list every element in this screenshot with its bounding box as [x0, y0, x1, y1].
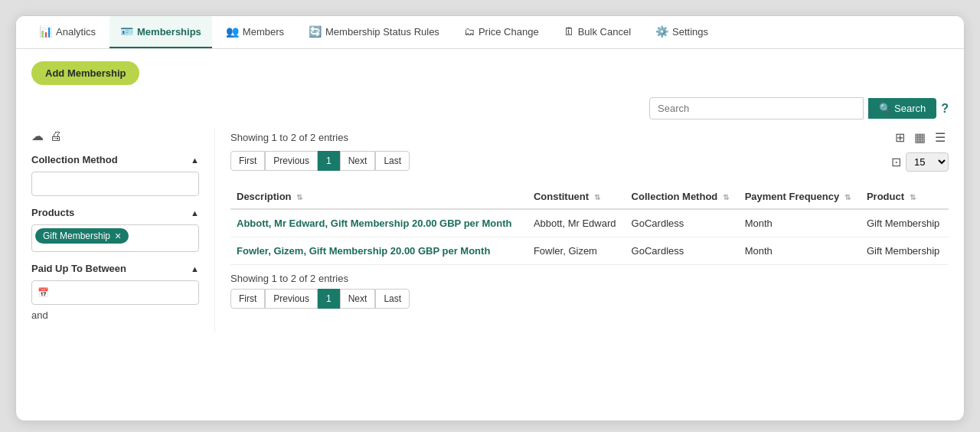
memberships-table: Description ⇅ Constituent ⇅ Collection M…: [230, 185, 949, 265]
col-payment-frequency: Payment Frequency ⇅: [739, 185, 861, 209]
sort-description-icon[interactable]: ⇅: [296, 193, 302, 201]
previous-page-button-bottom[interactable]: Previous: [265, 289, 318, 309]
first-page-button[interactable]: First: [230, 151, 265, 171]
entries-info-top: Showing 1 to 2 of 2 entries: [230, 132, 348, 143]
tab-analytics[interactable]: 📊 Analytics: [28, 16, 106, 48]
last-page-button[interactable]: Last: [375, 151, 410, 171]
col-constituent: Constituent ⇅: [528, 185, 626, 209]
tab-membership-status-rules[interactable]: 🔄 Membership Status Rules: [298, 16, 450, 48]
chevron-up-icon-products: ▲: [191, 208, 199, 218]
row1-product: Gift Membership: [861, 209, 949, 237]
app-window: 📊 Analytics 🪪 Memberships 👥 Members 🔄 Me…: [15, 15, 965, 421]
filter-collection-method-header[interactable]: Collection Method ▲: [31, 154, 199, 165]
add-membership-button[interactable]: Add Membership: [31, 61, 139, 85]
col-collection-method: Collection Method ⇅: [626, 185, 739, 209]
view-icons: ⊞ ▦ ☰: [892, 129, 949, 146]
compact-list-view-button[interactable]: ▦: [911, 129, 929, 146]
entries-info-bottom: Showing 1 to 2 of 2 entries: [230, 273, 949, 284]
sidebar-tools: ☁ 🖨: [31, 129, 199, 143]
row1-payment-frequency: Month: [739, 209, 861, 237]
row2-description[interactable]: Fowler, Gizem, Gift Membership 20.00 GBP…: [230, 237, 528, 265]
table-header-row: Description ⇅ Constituent ⇅ Collection M…: [230, 185, 949, 209]
filter-products-header[interactable]: Products ▲: [31, 207, 199, 218]
price-change-icon: 🗂: [464, 25, 475, 38]
row2-product: Gift Membership: [861, 237, 949, 265]
table-row: Fowler, Gizem, Gift Membership 20.00 GBP…: [230, 237, 949, 265]
tab-settings[interactable]: ⚙️ Settings: [645, 16, 719, 48]
filter-paid-up-to-header[interactable]: Paid Up To Between ▲: [31, 263, 199, 274]
help-button[interactable]: ?: [941, 102, 949, 116]
content-area: ☁ 🖨 Collection Method ▲ Products ▲: [31, 129, 949, 332]
filter-collection-method: Collection Method ▲: [31, 154, 199, 196]
analytics-icon: 📊: [39, 25, 52, 38]
col-description: Description ⇅: [230, 185, 528, 209]
products-tag-area: Gift Membership ×: [31, 224, 199, 252]
bulk-cancel-icon: 🗓: [564, 25, 574, 38]
next-page-button[interactable]: Next: [340, 151, 376, 171]
filter-products: Products ▲ Gift Membership ×: [31, 207, 199, 252]
main-content: Add Membership 🔍 Search ? ☁ 🖨 Coll: [16, 49, 964, 344]
gift-membership-tag[interactable]: Gift Membership ×: [35, 228, 129, 244]
search-area: 🔍 Search ?: [31, 97, 949, 119]
column-layout-icon: ⊡: [891, 155, 901, 169]
table-area: Showing 1 to 2 of 2 entries ⊞ ▦ ☰ First …: [215, 129, 949, 332]
list-view-button[interactable]: ☰: [932, 129, 949, 146]
per-page-select[interactable]: 15 25 50 100: [906, 152, 949, 172]
collection-method-input[interactable]: [31, 172, 199, 196]
chevron-up-icon-paid: ▲: [191, 264, 199, 273]
first-page-button-bottom[interactable]: First: [230, 289, 265, 309]
grid-view-button[interactable]: ⊞: [892, 129, 908, 146]
table-toolbar: Showing 1 to 2 of 2 entries ⊞ ▦ ☰: [230, 129, 949, 146]
chevron-up-icon: ▲: [191, 155, 199, 165]
sort-collection-method-icon[interactable]: ⇅: [723, 193, 729, 201]
pagination-bottom: First Previous 1 Next Last: [230, 289, 949, 309]
settings-icon: ⚙️: [655, 25, 668, 38]
row2-payment-frequency: Month: [739, 237, 861, 265]
tab-price-change[interactable]: 🗂 Price Change: [453, 16, 550, 48]
previous-page-button[interactable]: Previous: [265, 151, 318, 171]
row2-constituent: Fowler, Gizem: [528, 237, 626, 265]
current-page-button[interactable]: 1: [318, 151, 340, 171]
sort-payment-frequency-icon[interactable]: ⇅: [844, 193, 851, 201]
table-row: Abbott, Mr Edward, Gift Membership 20.00…: [230, 209, 949, 237]
calendar-icon: 📅: [38, 287, 49, 298]
col-product: Product ⇅: [861, 185, 949, 209]
sidebar-filters: ☁ 🖨 Collection Method ▲ Products ▲: [31, 129, 215, 332]
paid-up-to-input[interactable]: [31, 280, 199, 305]
tab-bar: 📊 Analytics 🪪 Memberships 👥 Members 🔄 Me…: [16, 16, 964, 49]
sort-constituent-icon[interactable]: ⇅: [594, 193, 600, 201]
tab-members[interactable]: 👥 Members: [215, 16, 295, 48]
pagination-top: First Previous 1 Next Last: [230, 151, 410, 171]
row1-collection-method: GoCardless: [626, 209, 739, 237]
tab-bulk-cancel[interactable]: 🗓 Bulk Cancel: [553, 16, 642, 48]
and-label: and: [31, 309, 199, 321]
sort-product-icon[interactable]: ⇅: [910, 193, 916, 201]
filter-paid-up-to: Paid Up To Between ▲ 📅 and: [31, 263, 199, 321]
row2-collection-method: GoCardless: [626, 237, 739, 265]
memberships-icon: 🪪: [120, 25, 133, 38]
tab-memberships[interactable]: 🪪 Memberships: [109, 16, 212, 48]
current-page-button-bottom[interactable]: 1: [318, 289, 340, 309]
next-page-button-bottom[interactable]: Next: [340, 289, 376, 309]
row1-description[interactable]: Abbott, Mr Edward, Gift Membership 20.00…: [230, 209, 528, 237]
last-page-button-bottom[interactable]: Last: [375, 289, 410, 309]
print-button[interactable]: 🖨: [50, 129, 62, 143]
row1-constituent: Abbott, Mr Edward: [528, 209, 626, 237]
members-icon: 👥: [226, 25, 239, 38]
membership-status-rules-icon: 🔄: [309, 25, 322, 38]
per-page-row: ⊡ 15 25 50 100: [891, 152, 949, 172]
search-icon: 🔍: [879, 103, 891, 114]
tag-close-icon[interactable]: ×: [115, 231, 121, 241]
search-input[interactable]: [649, 97, 864, 119]
search-button[interactable]: 🔍 Search: [868, 98, 936, 119]
download-button[interactable]: ☁: [31, 129, 44, 143]
